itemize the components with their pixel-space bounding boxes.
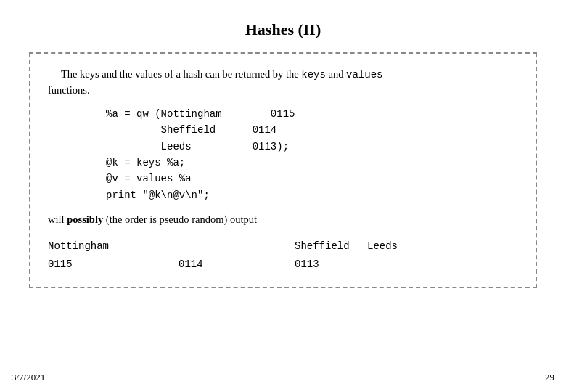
code-block: %a = qw (Nottingham 0115 Sheffield 0114 …: [106, 106, 518, 203]
will-text-before: will: [48, 213, 67, 225]
possibly-text: possibly: [67, 213, 103, 225]
page-title: Hashes (II): [0, 0, 566, 52]
content-box: – The keys and the values of a hash can …: [29, 52, 537, 288]
code-line-5: @v = values %a: [106, 171, 518, 187]
output-row-1: Nottingham Sheffield Leeds: [48, 237, 518, 256]
footer: 3/7/2021 29: [0, 372, 566, 383]
keys-code: keys: [301, 69, 326, 81]
output-row-2: 0115 0114 0113: [48, 256, 518, 274]
code-line-2: Sheffield 0114: [106, 122, 518, 138]
output-leeds: Leeds: [367, 237, 454, 256]
output-0115: 0115: [48, 256, 179, 274]
intro-paragraph: – The keys and the values of a hash can …: [48, 67, 518, 99]
intro-and: and: [326, 68, 346, 80]
intro-functions: functions.: [48, 84, 90, 96]
values-code: values: [346, 69, 382, 81]
output-table: Nottingham Sheffield Leeds 0115 0114 011…: [48, 237, 518, 274]
dash-symbol: –: [48, 68, 59, 80]
output-sheffield: Sheffield: [295, 237, 367, 256]
code-line-1: %a = qw (Nottingham 0115: [106, 106, 518, 122]
intro-text-before-keys: The keys and the values of a hash can be…: [61, 68, 301, 80]
output-0113: 0113: [295, 256, 367, 274]
will-output-text: will possibly (the order is pseudo rando…: [48, 213, 518, 226]
code-line-6: print "@k\n@v\n";: [106, 187, 518, 203]
output-nottingham: Nottingham: [48, 237, 179, 256]
code-line-3: Leeds 0113);: [106, 139, 518, 155]
will-text-after: (the order is pseudo random) output: [103, 213, 257, 225]
footer-page: 29: [545, 372, 554, 383]
code-line-4: @k = keys %a;: [106, 155, 518, 171]
output-0114: 0114: [179, 256, 295, 274]
footer-date: 3/7/2021: [12, 372, 45, 383]
output-empty-col2: [179, 237, 295, 256]
